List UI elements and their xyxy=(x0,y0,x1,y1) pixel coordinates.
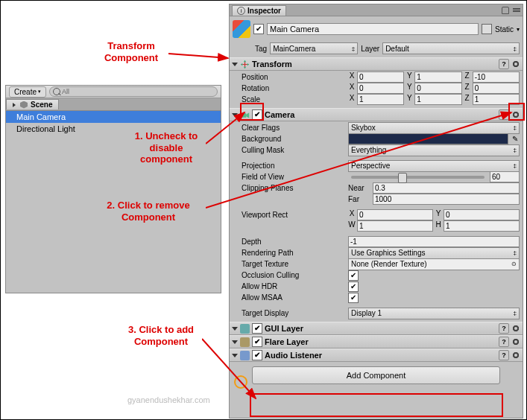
layer-dropdown[interactable]: Default‡ xyxy=(382,42,520,54)
rotation-label: Rotation xyxy=(233,84,346,92)
viewport-w[interactable]: 1 xyxy=(357,220,433,232)
foldout-icon xyxy=(13,103,16,107)
watermark: gyanendushekhar.com xyxy=(127,395,210,404)
transform-body: PositionX0Y1Z-10 RotationX0Y0Z0 ScaleX1Y… xyxy=(230,71,523,108)
camera-enable-checkbox[interactable]: ✔ xyxy=(252,109,262,120)
rotation-x[interactable]: 0 xyxy=(357,83,404,94)
inspector-icon: i xyxy=(237,7,245,15)
gear-icon[interactable] xyxy=(511,337,520,346)
scale-z[interactable]: 1 xyxy=(473,94,520,105)
viewport-h[interactable]: 1 xyxy=(444,220,520,232)
background-color[interactable] xyxy=(348,133,508,144)
static-label: Static xyxy=(495,25,514,34)
panel-menu-icon[interactable] xyxy=(513,8,520,12)
culling-dropdown[interactable]: Everything‡ xyxy=(348,144,520,156)
static-dropdown-icon[interactable]: ▾ xyxy=(517,26,520,33)
camera-icon xyxy=(240,110,250,120)
gui-layer-checkbox[interactable]: ✔ xyxy=(252,323,262,334)
create-button[interactable]: Create ▾ xyxy=(9,86,46,98)
annotation-add: 3. Click to add Component xyxy=(116,324,206,347)
scale-x[interactable]: 1 xyxy=(357,94,404,105)
background-label: Background xyxy=(233,135,346,143)
gameobject-header: ✔ Main Camera Static ▾ xyxy=(230,16,523,42)
gameobject-icon[interactable] xyxy=(233,20,250,38)
fov-value[interactable]: 60 xyxy=(490,171,520,182)
inspector-tab[interactable]: i Inspector xyxy=(232,5,286,16)
clear-flags-dropdown[interactable]: Skybox‡ xyxy=(348,122,520,134)
hierarchy-toolbar: Create ▾ All xyxy=(6,86,221,98)
foldout-icon xyxy=(232,354,238,357)
scene-icon xyxy=(20,101,28,109)
gear-icon[interactable] xyxy=(511,324,520,333)
help-icon[interactable]: ? xyxy=(499,109,509,120)
flare-layer-icon xyxy=(240,337,250,347)
flare-layer-checkbox[interactable]: ✔ xyxy=(252,337,262,347)
projection-dropdown[interactable]: Perspective‡ xyxy=(348,160,520,172)
audio-listener-header[interactable]: ✔ Audio Listener ? xyxy=(230,349,523,362)
layer-label: Layer xyxy=(361,45,379,53)
position-z[interactable]: -10 xyxy=(473,71,520,83)
clip-label: Clipping Planes xyxy=(233,184,346,192)
audio-listener-checkbox[interactable]: ✔ xyxy=(252,350,262,360)
foldout-icon xyxy=(232,340,238,344)
camera-gear-icon[interactable] xyxy=(511,110,520,119)
lock-icon[interactable] xyxy=(502,7,509,14)
help-icon[interactable]: ? xyxy=(499,350,509,360)
transform-header[interactable]: Transform ? xyxy=(230,57,523,71)
far-value[interactable]: 1000 xyxy=(373,194,520,205)
viewport-y[interactable]: 0 xyxy=(444,209,520,220)
eyedropper-icon[interactable]: ✎ xyxy=(511,135,520,144)
msaa-label: Allow MSAA xyxy=(233,293,346,302)
msaa-checkbox[interactable]: ✔ xyxy=(348,293,359,303)
hierarchy-item-main-camera[interactable]: Main Camera xyxy=(6,111,221,123)
gameobject-name-field[interactable]: Main Camera xyxy=(267,23,479,35)
tag-label: Tag xyxy=(255,45,267,53)
foldout-icon xyxy=(232,327,238,331)
gear-icon[interactable] xyxy=(511,351,520,360)
help-icon[interactable]: ? xyxy=(499,59,509,69)
near-value[interactable]: 0.3 xyxy=(373,182,520,194)
hdr-label: Allow HDR xyxy=(233,282,346,290)
help-icon[interactable]: ? xyxy=(499,337,509,347)
camera-header[interactable]: ✔ Camera ? xyxy=(230,108,523,121)
occlusion-checkbox[interactable]: ✔ xyxy=(348,270,359,281)
svg-rect-0 xyxy=(241,113,246,118)
render-path-dropdown[interactable]: Use Graphics Settings‡ xyxy=(348,247,520,259)
gameobject-active-checkbox[interactable]: ✔ xyxy=(253,24,264,34)
target-texture-field[interactable]: None (Render Texture)⊙ xyxy=(348,258,520,270)
foldout-icon xyxy=(232,113,238,117)
scene-tab[interactable]: Scene xyxy=(6,99,59,109)
add-component-button[interactable]: Add Component xyxy=(252,366,500,384)
inspector-tabbar: i Inspector xyxy=(230,4,523,16)
static-checkbox[interactable] xyxy=(482,24,492,34)
depth-value[interactable]: -1 xyxy=(348,236,520,247)
near-label: Near xyxy=(348,184,370,192)
clear-flags-label: Clear Flags xyxy=(233,124,346,132)
tag-dropdown[interactable]: MainCamera‡ xyxy=(270,42,358,54)
scale-y[interactable]: 1 xyxy=(414,94,461,105)
help-icon[interactable]: ? xyxy=(499,323,509,334)
depth-label: Depth xyxy=(233,238,346,246)
viewport-x[interactable]: 0 xyxy=(357,209,433,220)
flare-layer-header[interactable]: ✔ Flare Layer ? xyxy=(230,335,523,349)
target-tex-label: Target Texture xyxy=(233,260,346,268)
occlusion-label: Occlusion Culling xyxy=(233,271,346,279)
gui-layer-icon xyxy=(240,324,250,334)
scale-label: Scale xyxy=(233,95,346,104)
position-y[interactable]: 1 xyxy=(414,71,461,83)
hierarchy-search[interactable]: All xyxy=(49,86,218,97)
hierarchy-tabbar: Scene xyxy=(6,98,221,111)
camera-body: Clear FlagsSkybox‡ Background✎ Culling M… xyxy=(230,121,523,322)
gear-icon[interactable] xyxy=(511,60,520,69)
rotation-z[interactable]: 0 xyxy=(473,83,520,94)
hierarchy-item-directional-light[interactable]: Directional Light xyxy=(6,123,221,135)
rotation-y[interactable]: 0 xyxy=(414,83,461,94)
target-display-dropdown[interactable]: Display 1‡ xyxy=(348,308,520,319)
hierarchy-list: Main Camera Directional Light xyxy=(6,111,221,135)
arrow-transform xyxy=(168,48,234,63)
gui-layer-header[interactable]: ✔ GUI Layer ? xyxy=(230,322,523,335)
fov-slider[interactable] xyxy=(351,176,485,179)
hdr-checkbox[interactable]: ✔ xyxy=(348,281,359,292)
audio-listener-icon xyxy=(240,351,250,360)
position-x[interactable]: 0 xyxy=(357,71,404,83)
